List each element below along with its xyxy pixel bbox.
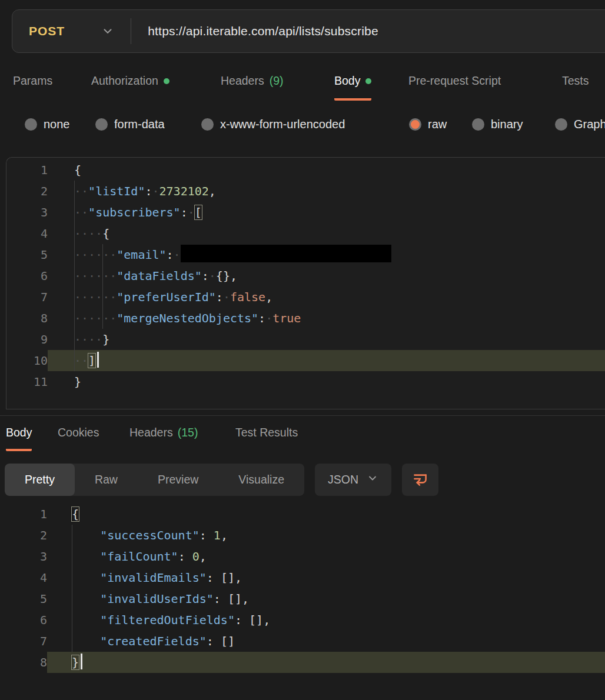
tab-tests[interactable]: Tests bbox=[562, 74, 589, 101]
code-line: 3 "failCount": 0, bbox=[0, 546, 605, 567]
code-token: ·· bbox=[74, 354, 88, 368]
code-content: ··] bbox=[48, 350, 605, 371]
code-line[interactable]: 10··] bbox=[6, 350, 605, 371]
code-token: : bbox=[258, 311, 265, 325]
view-preview[interactable]: Preview bbox=[138, 464, 218, 496]
code-token: ···· bbox=[74, 269, 102, 283]
code-line[interactable]: 2··"listId":·2732102, bbox=[6, 181, 605, 202]
body-mode-none[interactable]: none bbox=[25, 118, 70, 131]
code-token: "mergeNestedObjects" bbox=[117, 311, 258, 325]
code-token: , bbox=[209, 184, 216, 198]
tab-headers[interactable]: Headers(15) bbox=[129, 426, 198, 451]
code-token: ···· bbox=[74, 332, 102, 346]
url-input[interactable]: https://api.iterable.com/api/lists/subsc… bbox=[148, 24, 378, 38]
code-token: : bbox=[214, 592, 221, 606]
code-token bbox=[72, 613, 100, 627]
code-token: ···· bbox=[74, 290, 102, 304]
line-number: 4 bbox=[0, 567, 47, 588]
code-token: ·· bbox=[102, 290, 117, 304]
code-token: "dataFields" bbox=[117, 269, 202, 283]
line-number: 4 bbox=[6, 223, 48, 244]
method-dropdown[interactable]: POST bbox=[29, 24, 65, 38]
code-token: } bbox=[74, 375, 81, 389]
line-number: 8 bbox=[6, 308, 48, 329]
code-token: : bbox=[202, 269, 209, 283]
code-token: } bbox=[102, 332, 109, 346]
divider bbox=[131, 18, 131, 44]
code-token: · bbox=[174, 248, 181, 262]
code-token: : bbox=[207, 634, 214, 648]
wrap-format-icon bbox=[411, 469, 430, 491]
chevron-down-icon[interactable] bbox=[101, 25, 114, 38]
body-mode-raw[interactable]: raw bbox=[409, 118, 447, 131]
code-line[interactable]: 11} bbox=[6, 371, 605, 392]
code-line[interactable]: 9····} bbox=[6, 329, 605, 350]
code-token bbox=[207, 528, 214, 542]
matched-bracket: ] bbox=[88, 354, 95, 368]
code-token: , bbox=[200, 549, 207, 564]
code-token: ···· bbox=[74, 248, 102, 262]
format-dropdown[interactable]: JSON bbox=[315, 464, 391, 496]
tab-authorization[interactable]: Authorization bbox=[91, 74, 169, 101]
line-number: 2 bbox=[0, 525, 47, 546]
code-line: 5 "invalidUserIds": [], bbox=[0, 588, 605, 609]
code-content: "successCount": 1, bbox=[47, 525, 605, 546]
tab-test-results[interactable]: Test Results bbox=[235, 426, 298, 451]
code-token: true bbox=[272, 311, 301, 325]
body-mode-x-www-form-urlencoded[interactable]: x-www-form-urlencoded bbox=[201, 118, 345, 131]
tab-pre-request-script[interactable]: Pre-request Script bbox=[408, 74, 501, 101]
code-token: "invalidEmails" bbox=[100, 571, 207, 585]
code-token: ·· bbox=[102, 311, 117, 325]
code-token: , bbox=[221, 528, 228, 542]
redacted-value bbox=[181, 245, 391, 262]
code-content: ··"listId":·2732102, bbox=[48, 181, 605, 202]
body-mode-label: none bbox=[44, 118, 70, 131]
code-token: [], bbox=[228, 592, 249, 606]
line-number: 8 bbox=[0, 652, 47, 673]
code-line[interactable]: 6······"dataFields":·{}, bbox=[6, 265, 605, 286]
code-token: "failCount" bbox=[100, 549, 178, 564]
matched-bracket: } bbox=[72, 655, 79, 669]
code-content: ······"mergeNestedObjects":·true bbox=[48, 308, 605, 329]
radio-dot bbox=[409, 118, 421, 131]
green-dot bbox=[365, 78, 371, 84]
code-content: "invalidEmails": [], bbox=[47, 567, 605, 588]
view-raw[interactable]: Raw bbox=[75, 464, 138, 496]
code-content: ······"preferUserId":·false, bbox=[48, 286, 605, 308]
code-line[interactable]: 8······"mergeNestedObjects":·true bbox=[6, 308, 605, 329]
line-number: 7 bbox=[0, 631, 47, 652]
view-visualize[interactable]: Visualize bbox=[218, 464, 304, 496]
code-line[interactable]: 4····{ bbox=[6, 223, 605, 244]
tab-headers[interactable]: Headers(9) bbox=[221, 74, 284, 101]
tab-params[interactable]: Params bbox=[13, 74, 52, 101]
code-token: "invalidUserIds" bbox=[100, 592, 214, 606]
body-mode-label: x-www-form-urlencoded bbox=[220, 118, 345, 131]
view-pretty[interactable]: Pretty bbox=[5, 464, 75, 496]
request-tabs: ParamsAuthorizationHeaders(9)BodyPre-req… bbox=[0, 74, 605, 102]
tab-label: Test Results bbox=[235, 426, 298, 439]
body-mode-graphql[interactable]: GraphQL bbox=[555, 118, 605, 131]
line-number: 11 bbox=[6, 371, 48, 392]
line-number: 6 bbox=[6, 265, 48, 286]
tab-body[interactable]: Body bbox=[334, 74, 371, 101]
code-token: { bbox=[102, 226, 109, 241]
code-line[interactable]: 7······"preferUserId":·false, bbox=[6, 286, 605, 308]
tab-label: Body bbox=[334, 74, 360, 88]
matched-bracket: [ bbox=[195, 205, 202, 219]
code-token: ·· bbox=[102, 269, 117, 283]
request-body-editor[interactable]: 1{2··"listId":·2732102,3··"subscribers":… bbox=[6, 157, 605, 409]
code-line[interactable]: 3··"subscribers":·[ bbox=[6, 202, 605, 223]
code-line[interactable]: 5······"email":· bbox=[6, 244, 605, 265]
body-mode-binary[interactable]: binary bbox=[472, 118, 523, 131]
code-token: [], bbox=[249, 613, 270, 627]
line-number: 1 bbox=[6, 159, 48, 181]
code-token: "successCount" bbox=[100, 528, 200, 542]
wrap-format-button[interactable] bbox=[402, 464, 438, 496]
code-line[interactable]: 1{ bbox=[6, 159, 605, 181]
tab-cookies[interactable]: Cookies bbox=[58, 426, 99, 451]
code-token: ·· bbox=[74, 184, 88, 198]
body-mode-form-data[interactable]: form-data bbox=[95, 118, 165, 131]
code-content: ······"dataFields":·{}, bbox=[48, 265, 605, 286]
code-token: false bbox=[230, 290, 265, 304]
tab-body[interactable]: Body bbox=[6, 426, 32, 451]
